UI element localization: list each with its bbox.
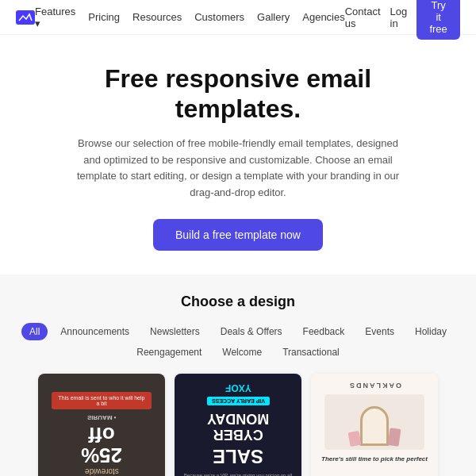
hero-description: Browse our selection of free mobile-frie… <box>71 136 405 202</box>
card2-logo: YXOF <box>225 382 251 393</box>
nav-customers[interactable]: Customers <box>194 11 244 23</box>
hero-cta-button[interactable]: Build a free template now <box>153 219 323 251</box>
card3-brand: OAKLANDS <box>348 382 401 390</box>
filter-reengagement[interactable]: Reengagement <box>129 344 209 361</box>
logo[interactable] <box>16 10 35 25</box>
filter-row-2: Reengagement Welcome Transactional <box>16 344 460 361</box>
card1-logo: SIRUAM ▪ <box>87 414 117 421</box>
filter-holiday[interactable]: Holiday <box>407 323 455 340</box>
nav-contact[interactable]: Contact us <box>345 6 381 29</box>
design-heading: Choose a design <box>16 294 460 310</box>
card2-tag: VIP EARLY ACCESS <box>207 397 270 405</box>
nav-resources[interactable]: Resources <box>132 11 182 23</box>
filter-row: All Announcements Newsletters Deals & Of… <box>16 323 460 340</box>
card1-sub-text: storewide <box>85 467 119 476</box>
filter-transactional[interactable]: Transactional <box>274 344 347 361</box>
card2-body-text: Because we're a VIP, we're giving you pr… <box>182 472 294 476</box>
filter-all[interactable]: All <box>21 323 48 340</box>
design-section: Choose a design All Announcements Newsle… <box>0 274 476 476</box>
nav-login[interactable]: Log in <box>390 6 408 29</box>
nav-right: Contact us Log in Try it free <box>345 0 460 40</box>
hero-section: Free responsive email templates. Browse … <box>0 35 476 274</box>
nav-pricing[interactable]: Pricing <box>88 11 120 23</box>
card1-main-text: 25%off <box>81 424 122 466</box>
template-card-cyber[interactable]: YXOF VIP EARLY ACCESS CYBERMONDAY SALE B… <box>175 374 301 476</box>
nav-gallery[interactable]: Gallery <box>257 11 290 23</box>
hero-title: Free responsive email templates. <box>48 63 428 125</box>
template-card-oaklands[interactable]: OAKLANDS There's still time to pick the … <box>311 374 438 476</box>
filter-announcements[interactable]: Announcements <box>52 323 137 340</box>
filter-deals[interactable]: Deals & Offers <box>213 323 290 340</box>
filter-feedback[interactable]: Feedback <box>295 323 353 340</box>
filter-newsletters[interactable]: Newsletters <box>142 323 208 340</box>
filter-welcome[interactable]: Welcome <box>214 344 270 361</box>
nav-features[interactable]: Features ▾ <box>35 6 75 29</box>
navbar: Features ▾ Pricing Resources Customers G… <box>0 0 476 35</box>
nav-links: Features ▾ Pricing Resources Customers G… <box>35 6 345 29</box>
template-card-sale[interactable]: This email is sent to who it will help a… <box>38 374 165 476</box>
template-cards: This email is sent to who it will help a… <box>16 374 460 476</box>
try-free-button[interactable]: Try it free <box>416 0 460 40</box>
card1-top-text: This email is sent to who it will help a… <box>56 395 147 406</box>
card3-body-text: There's still time to pick the perfect <box>321 455 428 463</box>
card2-main-text: CYBERMONDAY <box>207 410 269 442</box>
filter-events[interactable]: Events <box>357 323 402 340</box>
nav-agencies[interactable]: Agencies <box>302 11 344 23</box>
card2-sale: SALE <box>213 445 263 467</box>
card3-image <box>324 394 424 450</box>
